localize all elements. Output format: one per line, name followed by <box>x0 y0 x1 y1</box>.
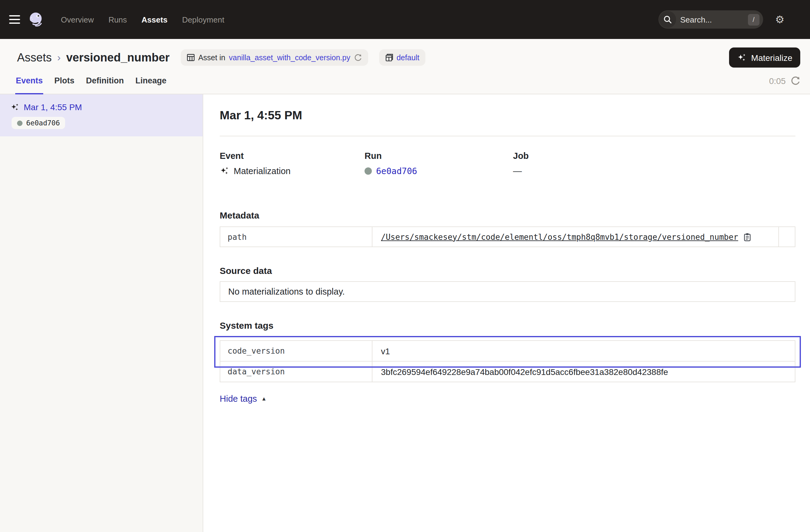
divider <box>220 136 795 136</box>
search-shortcut-badge: / <box>748 14 760 25</box>
tab-lineage[interactable]: Lineage <box>135 68 167 94</box>
dagster-logo-icon[interactable] <box>28 12 44 27</box>
metadata-table: path /Users/smackesey/stm/code/elementl/… <box>220 226 795 247</box>
chevron-right-icon: › <box>57 51 61 64</box>
event-list-item-selected[interactable]: Mar 1, 4:55 PM 6e0ad706 <box>0 94 202 136</box>
asset-definition-pill: Asset in vanilla_asset_with_code_version… <box>180 49 368 66</box>
refresh-countdown: 0:05 <box>769 76 786 85</box>
settings-gear-icon[interactable]: ⚙ <box>775 14 785 25</box>
event-detail-panel: Mar 1, 4:55 PM Event Materialization <box>203 94 810 532</box>
source-data-heading: Source data <box>220 265 795 276</box>
event-timestamp: Mar 1, 4:55 PM <box>24 102 82 112</box>
hide-tags-label: Hide tags <box>220 394 257 404</box>
job-value: — <box>513 166 522 176</box>
metadata-actions-cell <box>778 227 795 246</box>
tag-value: 3bfc269594ef649228e9a74bab00f042efc91d5a… <box>372 361 795 382</box>
copy-path-icon[interactable] <box>743 232 751 241</box>
tag-key: data_version <box>220 361 372 382</box>
nav-item-deployment[interactable]: Deployment <box>182 15 224 24</box>
job-column-label: Job <box>513 151 795 161</box>
source-data-section: Source data No materializations to displ… <box>220 265 795 302</box>
table-row: path /Users/smackesey/stm/code/elementl/… <box>220 227 795 246</box>
top-nav-bar: Overview Runs Assets Deployment Search..… <box>0 0 810 39</box>
events-sidebar: Mar 1, 4:55 PM 6e0ad706 <box>0 94 203 532</box>
run-id-pill[interactable]: 6e0ad706 <box>12 117 65 129</box>
run-status-dot <box>17 120 22 126</box>
page-title: versioned_number <box>66 51 169 64</box>
tab-plots[interactable]: Plots <box>54 68 75 94</box>
tab-definition[interactable]: Definition <box>85 68 125 94</box>
run-column-label: Run <box>364 151 513 161</box>
reload-definition-icon[interactable] <box>354 53 362 62</box>
hamburger-menu-icon[interactable] <box>9 15 20 24</box>
metadata-path-link[interactable]: /Users/smackesey/stm/code/elementl/oss/t… <box>381 232 738 241</box>
code-location-link[interactable]: default <box>396 53 419 62</box>
asset-file-link[interactable]: vanilla_asset_with_code_version.py <box>229 53 350 62</box>
code-location-pill: default <box>379 49 425 66</box>
table-row-data-version: data_version 3bfc269594ef649228e9a74bab0… <box>220 361 795 382</box>
search-input[interactable]: Search... / <box>659 10 763 29</box>
search-placeholder: Search... <box>680 15 748 24</box>
nav-item-runs[interactable]: Runs <box>108 15 127 24</box>
primary-nav: Overview Runs Assets Deployment <box>61 15 224 24</box>
materialization-sparkle-icon <box>10 102 19 112</box>
run-status-dot <box>364 167 372 175</box>
table-grid-icon <box>187 53 194 62</box>
metadata-key: path <box>220 227 372 246</box>
run-id-text: 6e0ad706 <box>26 119 60 127</box>
event-column-label: Event <box>220 151 364 161</box>
event-type-value: Materialization <box>234 166 291 176</box>
metadata-section: Metadata path /Users/smackesey/stm/code/… <box>220 210 795 247</box>
source-data-empty-message: No materializations to display. <box>220 281 795 302</box>
materialization-sparkle-icon <box>220 166 229 176</box>
caret-up-icon: ▲ <box>261 396 267 402</box>
search-icon <box>659 11 676 28</box>
asset-in-label: Asset in <box>198 53 225 62</box>
refresh-icon[interactable] <box>791 76 800 85</box>
nav-item-overview[interactable]: Overview <box>61 15 94 24</box>
dagster-app: Overview Runs Assets Deployment Search..… <box>0 0 810 532</box>
tabs-bar: Events Plots Definition Lineage 0:05 <box>0 68 810 94</box>
sparkle-icon <box>737 53 747 62</box>
materialize-label: Materialize <box>751 53 792 62</box>
breadcrumb: Assets › versioned_number <box>17 51 169 64</box>
table-row-code-version: code_version v1 <box>220 341 795 361</box>
page-header: Assets › versioned_number Asset in vanil… <box>0 39 810 68</box>
metadata-heading: Metadata <box>220 210 795 220</box>
nav-item-assets[interactable]: Assets <box>142 15 167 24</box>
system-tags-heading: System tags <box>220 320 795 331</box>
tag-value: v1 <box>372 341 795 361</box>
event-detail-title: Mar 1, 4:55 PM <box>220 108 795 122</box>
run-id-link[interactable]: 6e0ad706 <box>376 166 417 176</box>
system-tags-section: System tags code_version v1 data_version… <box>220 320 795 404</box>
repo-grid-icon <box>385 53 393 62</box>
tag-key: code_version <box>220 341 372 361</box>
breadcrumb-assets-link[interactable]: Assets <box>17 51 52 64</box>
system-tags-table: code_version v1 data_version 3bfc269594e… <box>220 340 795 382</box>
materialize-button[interactable]: Materialize <box>729 47 800 68</box>
tab-events[interactable]: Events <box>15 68 44 94</box>
hide-tags-link[interactable]: Hide tags ▲ <box>220 394 266 404</box>
